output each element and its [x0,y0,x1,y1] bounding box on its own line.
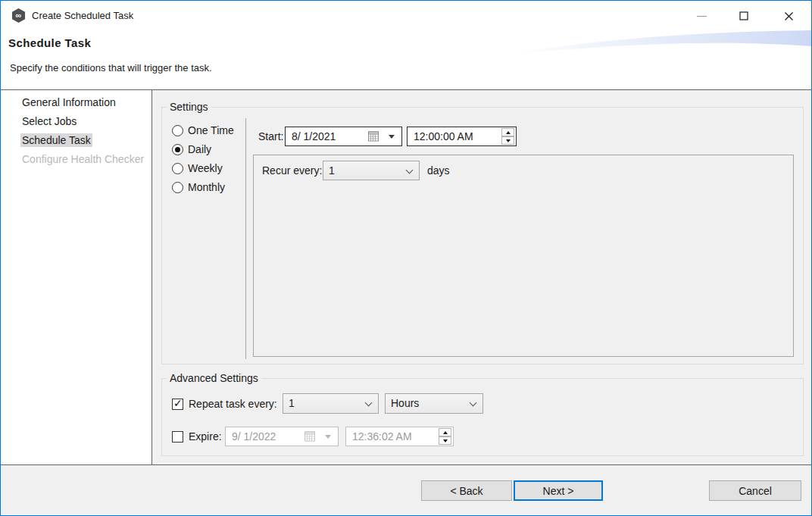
maximize-icon [739,11,748,20]
sidebar-item-schedule-task[interactable]: Schedule Task [1,131,151,150]
recur-every-label: Recur every: [262,161,322,180]
expire-date-value: 9/ 1/2022 [232,427,276,446]
sidebar-item-select-jobs[interactable]: Select Jobs [1,112,151,131]
next-button[interactable]: Next > [514,480,603,501]
radio-daily-control[interactable] [172,144,183,155]
radio-monthly-label: Monthly [188,181,225,193]
repeat-task-checkbox[interactable]: ✓ [172,399,183,410]
header-swoosh-graphic [514,27,811,59]
radio-weekly-label: Weekly [188,162,223,174]
chevron-down-icon [406,167,414,174]
radio-monthly[interactable]: Monthly [172,180,225,194]
expire-date-input: 9/ 1/2022 [225,427,339,446]
spinner-up-button[interactable] [501,128,514,136]
close-button[interactable] [779,8,798,24]
radio-one-time-label: One Time [188,124,234,136]
dropdown-arrow-icon [325,435,331,439]
check-icon: ✓ [173,397,183,409]
start-date-input[interactable]: 8/ 1/2021 [285,127,402,146]
repeat-task-label: Repeat task every: [189,398,277,410]
recur-every-value: 1 [329,161,335,180]
footer: < Back Next > Cancel [1,465,811,515]
expire-time-value: 12:36:02 AM [352,427,412,446]
advanced-settings-group-label: Advanced Settings [167,372,261,384]
radio-monthly-control[interactable] [172,182,183,193]
settings-group-label: Settings [167,101,211,113]
recur-every-select[interactable]: 1 [323,161,420,180]
titlebar: ∞ Create Scheduled Task [1,1,811,31]
calendar-icon-disabled [304,431,315,442]
sidebar-item-configure-health-checker: Configure Health Checker [1,150,151,169]
cancel-button[interactable]: Cancel [709,480,801,501]
close-icon [784,11,794,21]
start-time-input[interactable]: 12:00:00 AM [407,127,517,146]
spinner-up-button[interactable] [439,428,451,436]
sidebar-item-general-information[interactable]: General Information [1,93,151,112]
up-arrow-icon [443,431,448,434]
radio-weekly-control[interactable] [172,163,183,174]
expire-row: ✓ Expire: [172,427,222,446]
expire-time-input: 12:36:02 AM [345,427,454,446]
up-arrow-icon [506,131,511,134]
radio-one-time-control[interactable] [172,125,183,136]
repeat-interval-select[interactable]: 1 [283,393,379,414]
radio-weekly[interactable]: Weekly [172,161,223,175]
down-arrow-icon [443,439,448,443]
wizard-steps-sidebar: General Information Select Jobs Schedule… [1,90,152,464]
dropdown-arrow-icon[interactable] [389,135,395,139]
back-button[interactable]: < Back [421,480,512,501]
start-date-value: 8/ 1/2021 [292,127,336,145]
repeat-unit-select[interactable]: Hours [385,393,483,414]
daily-recurrence-panel [253,155,794,357]
expire-label: Expire: [189,430,222,443]
spinner-down-button[interactable] [501,136,514,145]
radio-daily[interactable]: Daily [172,142,211,156]
chevron-down-icon [470,399,477,407]
start-time-spinner [501,128,514,145]
expire-time-spinner [439,428,451,445]
app-logo-icon: ∞ [11,8,26,23]
chevron-down-icon [365,399,373,407]
page-title: Schedule Task [8,36,91,49]
settings-divider [245,118,246,359]
minimize-button[interactable] [692,8,710,24]
create-scheduled-task-window: ∞ Create Scheduled Task Schedule Task Sp… [0,0,812,516]
calendar-icon [368,131,379,142]
page-subtitle: Specify the conditions that will trigger… [10,62,212,73]
radio-one-time[interactable]: One Time [172,124,234,137]
recur-unit-label: days [427,161,450,180]
radio-daily-label: Daily [188,143,211,155]
spinner-down-button[interactable] [439,436,451,445]
minimize-icon [697,16,707,17]
repeat-task-row: ✓ Repeat task every: [172,394,277,414]
repeat-unit-value: Hours [391,394,419,412]
repeat-interval-value: 1 [289,394,295,412]
expire-checkbox[interactable]: ✓ [172,431,183,443]
start-time-value: 12:00:00 AM [414,127,473,145]
start-label: Start: [258,127,283,146]
maximize-button[interactable] [735,8,753,24]
window-title: Create Scheduled Task [32,10,133,21]
down-arrow-icon [506,139,511,142]
